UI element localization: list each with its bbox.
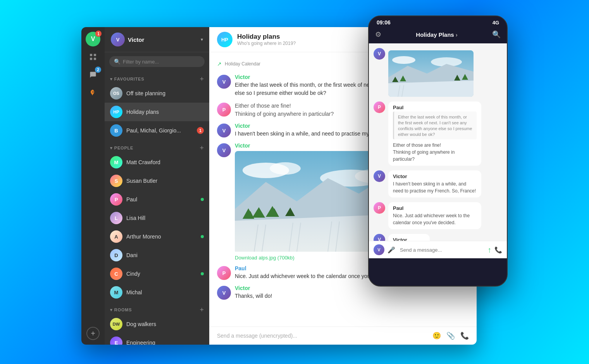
search-input[interactable] <box>123 59 200 65</box>
sidebar-item-paul[interactable]: P Paul <box>105 190 209 209</box>
mobile-body[interactable]: V <box>369 43 507 241</box>
mobile-paul-avatar-2: P <box>374 202 385 214</box>
cindy-avatar: C <box>110 268 122 280</box>
sidebar-item-dog[interactable]: DW Dog walkers <box>105 315 209 333</box>
mobile-sender: Victor <box>393 173 477 179</box>
eng-name: Engineering <box>126 340 204 345</box>
chat-icon-btn[interactable]: 2 <box>86 67 100 82</box>
holiday-avatar: HP <box>110 106 122 118</box>
mobile-input-avatar: V <box>374 244 384 255</box>
mobile-text: I haven't been skiing in a while, and ne… <box>393 180 477 194</box>
susan-avatar: S <box>110 175 122 187</box>
sidebar-item-dani[interactable]: D Dani <box>105 246 209 264</box>
add-workspace-button[interactable]: + <box>86 327 100 340</box>
mobile-call-icon[interactable]: 📞 <box>494 246 502 254</box>
matt-avatar: M <box>110 156 122 168</box>
mobile-message-row: V Victor I haven't been skiing in a whil… <box>374 170 502 197</box>
dani-name: Dani <box>126 252 204 258</box>
calendar-icon: ↗ <box>217 61 222 67</box>
paul-group-badge: 1 <box>197 127 204 134</box>
dani-avatar: D <box>110 249 122 261</box>
mobile-victor-avatar: V <box>374 48 385 60</box>
matt-name: Matt Crawford <box>126 159 204 165</box>
sidebar-item-susan[interactable]: S Susan Butler <box>105 172 209 190</box>
rooms-add-icon[interactable]: + <box>200 306 204 313</box>
favourites-add-icon[interactable]: + <box>200 76 204 82</box>
paul-online-dot <box>201 198 204 201</box>
mobile-send-icon[interactable]: ↑ <box>487 246 491 254</box>
offsite-name: Off site planning <box>126 90 204 96</box>
victor-avatar-2: V <box>217 124 231 137</box>
mobile-msg-bubble: Paul Nice. Just add whichever week to th… <box>388 202 481 229</box>
mobile-search-icon[interactable]: 🔍 <box>492 30 501 39</box>
user-avatar[interactable]: V 1 <box>86 32 100 46</box>
mobile-message-input[interactable] <box>400 247 484 253</box>
offsite-avatar: OS <box>110 87 122 100</box>
mobile-sender: Paul <box>393 105 477 110</box>
sidebar-item-arthur[interactable]: A Arthur Moreno <box>105 227 209 246</box>
mobile-message-row: P Paul Either the last week of this mont… <box>374 101 502 166</box>
mobile-msg-bubble: Paul Either the last week of this month,… <box>388 101 481 166</box>
people-add-icon[interactable]: + <box>200 144 204 151</box>
eng-avatar: E <box>110 337 122 345</box>
chat-message-input[interactable] <box>217 333 428 339</box>
michal-name: Michal <box>126 289 204 295</box>
cindy-online-dot <box>201 272 204 275</box>
mobile-sender: Paul <box>393 205 477 211</box>
sidebar-item-michal[interactable]: M Michal <box>105 283 209 302</box>
favourites-section-header: ▾ FAVOURITES + <box>105 71 209 84</box>
michal-avatar: M <box>110 286 122 299</box>
search-icon: 🔍 <box>114 58 121 65</box>
app-wrapper: V 1 2 <box>81 15 508 349</box>
sidebar-header: V Victor ▾ <box>105 27 209 52</box>
dog-name: Dog walkers <box>126 321 204 327</box>
paul-avatar: P <box>110 193 122 206</box>
svg-rect-0 <box>90 54 92 56</box>
arthur-online-dot <box>201 235 204 238</box>
paul-group-name: Paul, Michal, Giorgio... <box>126 127 193 134</box>
paul-msg-avatar: P <box>217 103 231 117</box>
sidebar-item-paul-group[interactable]: B Paul, Michal, Giorgio... 1 <box>105 121 209 140</box>
sidebar-item-lisa[interactable]: L Lisa Hill <box>105 209 209 227</box>
sidebar-item-cindy[interactable]: C Cindy <box>105 264 209 283</box>
lisa-avatar: L <box>110 212 122 224</box>
mobile-phone: 09:06 4G ⚙ Holiday Plans › 🔍 V <box>368 15 508 287</box>
mobile-ski-image <box>388 50 474 97</box>
people-title: ▾ PEOPLE <box>110 146 133 151</box>
svg-point-6 <box>270 162 301 175</box>
mobile-msg-bubble: Victor Thanks, will do! <box>388 234 430 241</box>
mobile-status-bar: 09:06 4G <box>369 16 507 27</box>
rocket-icon-btn[interactable] <box>86 85 100 100</box>
holiday-name: Holiday plans <box>126 109 204 115</box>
paul-group-avatar: B <box>110 124 122 137</box>
sidebar-item-matt[interactable]: M Matt Crawford <box>105 153 209 172</box>
svg-rect-1 <box>94 54 96 56</box>
svg-marker-36 <box>388 81 474 97</box>
attachment-icon[interactable]: 📎 <box>446 331 455 340</box>
mobile-time: 09:06 <box>377 19 391 26</box>
sidebar-avatar: V <box>111 33 125 46</box>
emoji-icon[interactable]: 🙂 <box>432 331 441 340</box>
user-badge: 1 <box>95 31 102 37</box>
favourites-title: ▾ FAVOURITES <box>110 77 144 82</box>
mobile-signal: 4G <box>493 20 499 26</box>
mobile-quote: Either the last week of this month, or t… <box>393 112 477 139</box>
mobile-mic-icon[interactable]: 🎤 <box>388 246 395 254</box>
sidebar-item-holiday[interactable]: HP Holiday plans <box>105 103 209 121</box>
svg-rect-2 <box>90 58 92 60</box>
phone-icon[interactable]: 📞 <box>460 331 469 340</box>
sidebar-item-eng[interactable]: E Engineering <box>105 333 209 345</box>
chat-input-bar: 🙂 📎 📞 <box>209 326 477 345</box>
icon-bar: V 1 2 <box>81 27 105 345</box>
mobile-message-content <box>388 48 474 97</box>
grid-icon-btn[interactable] <box>86 50 100 64</box>
susan-name: Susan Butler <box>126 178 204 184</box>
people-section-header: ▾ PEOPLE + <box>105 140 209 153</box>
search-bar[interactable]: 🔍 <box>109 56 205 67</box>
mobile-paul-avatar: P <box>374 101 385 113</box>
mobile-message-row: V <box>374 48 502 97</box>
sidebar-item-offsite[interactable]: OS Off site planning <box>105 84 209 103</box>
mobile-settings-icon[interactable]: ⚙ <box>375 30 381 39</box>
mobile-victor-avatar-2: V <box>374 170 385 182</box>
mobile-victor-avatar-3: V <box>374 234 385 241</box>
